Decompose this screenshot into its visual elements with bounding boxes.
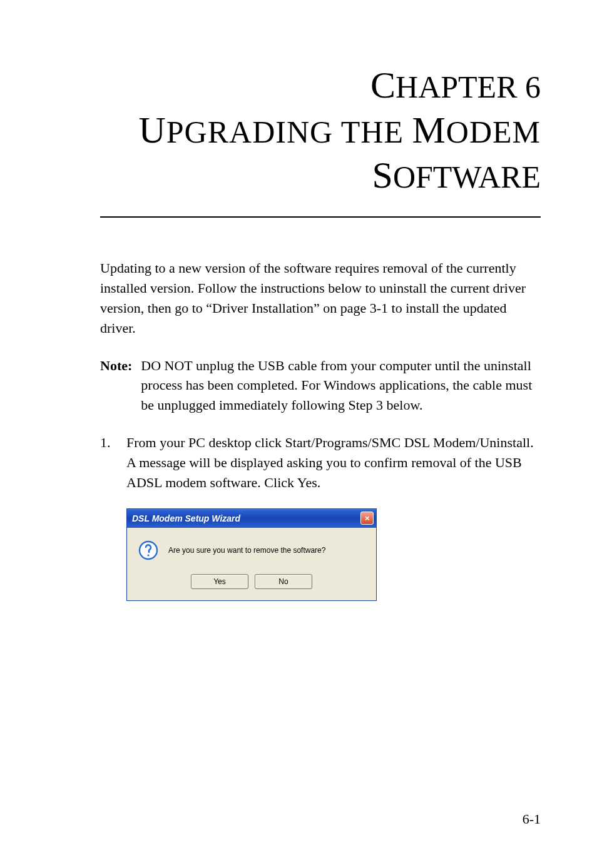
yes-button[interactable]: Yes bbox=[191, 574, 248, 589]
step-1-number: 1. bbox=[100, 433, 126, 493]
note-label: Note: bbox=[100, 356, 141, 416]
chapter-m-cap: M bbox=[412, 109, 446, 151]
chapter-line-3: SOFTWARE bbox=[100, 153, 541, 198]
dialog-buttons: Yes No bbox=[138, 574, 365, 589]
dialog-titlebar: DSL Modem Setup Wizard × bbox=[127, 509, 376, 528]
page-container: CHAPTER 6 UPGRADING THE MODEM SOFTWARE U… bbox=[0, 0, 597, 638]
note-text: DO NOT unplug the USB cable from your co… bbox=[141, 356, 541, 416]
chapter-s-cap: S bbox=[372, 154, 393, 196]
dialog-title: DSL Modem Setup Wizard bbox=[132, 513, 240, 523]
page-number: 6-1 bbox=[523, 811, 541, 827]
question-icon bbox=[138, 540, 158, 560]
dialog-content-row: Are you sure you want to remove the soft… bbox=[138, 540, 365, 560]
chapter-u-rest: PGRADING THE bbox=[166, 114, 412, 149]
close-button[interactable]: × bbox=[360, 512, 374, 525]
note-block: Note: DO NOT unplug the USB cable from y… bbox=[100, 356, 541, 416]
chapter-s-rest: OFTWARE bbox=[393, 159, 541, 194]
dialog-message: Are you sure you want to remove the soft… bbox=[168, 546, 325, 555]
step-1: 1. From your PC desktop click Start/Prog… bbox=[100, 433, 541, 493]
close-icon: × bbox=[365, 514, 370, 522]
chapter-c-rest: HAPTER bbox=[395, 69, 517, 104]
chapter-line-1: CHAPTER 6 bbox=[100, 63, 541, 108]
intro-paragraph: Updating to a new version of the softwar… bbox=[100, 258, 541, 338]
dialog-window: DSL Modem Setup Wizard × Are you sure yo… bbox=[126, 508, 377, 601]
chapter-c-cap: C bbox=[370, 64, 395, 106]
chapter-line-2: UPGRADING THE MODEM bbox=[100, 108, 541, 153]
svg-point-1 bbox=[147, 554, 149, 556]
step-1-text: From your PC desktop click Start/Program… bbox=[126, 433, 541, 493]
dialog-container: DSL Modem Setup Wizard × Are you sure yo… bbox=[126, 508, 541, 601]
chapter-title: CHAPTER 6 UPGRADING THE MODEM SOFTWARE bbox=[100, 63, 541, 198]
dialog-body: Are you sure you want to remove the soft… bbox=[127, 528, 376, 600]
chapter-num: 6 bbox=[518, 69, 541, 104]
chapter-m-rest: ODEM bbox=[446, 114, 541, 149]
chapter-u-cap: U bbox=[138, 109, 166, 151]
no-button[interactable]: No bbox=[255, 574, 312, 589]
title-rule bbox=[100, 216, 541, 218]
